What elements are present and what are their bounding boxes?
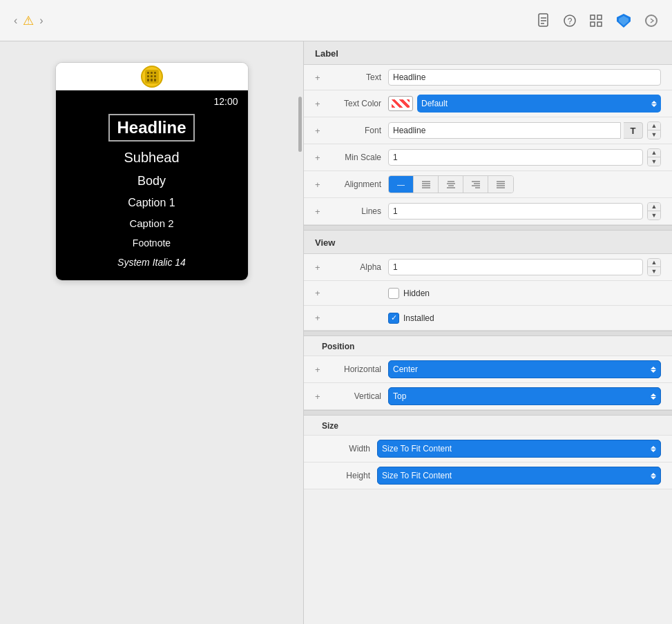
align-btn-right[interactable]: [463, 176, 488, 193]
width-value: Size To Fit Content: [382, 444, 452, 454]
alpha-input[interactable]: [388, 259, 643, 275]
min-scale-input[interactable]: [388, 149, 643, 166]
svg-rect-9: [597, 22, 602, 26]
text-color-value: Default: [421, 99, 448, 108]
text-plus[interactable]: +: [315, 72, 326, 83]
top-toolbar: ‹ ⚠ › ?: [0, 0, 672, 41]
text-color-plus[interactable]: +: [315, 99, 326, 109]
font-input[interactable]: [388, 122, 621, 139]
width-dropdown[interactable]: Size To Fit Content: [377, 440, 661, 458]
svg-rect-8: [591, 22, 595, 26]
horizontal-dropdown[interactable]: Center: [388, 360, 661, 378]
position-section-header: Position: [304, 336, 672, 356]
min-scale-stepper-down[interactable]: ▼: [648, 157, 660, 166]
alpha-plus[interactable]: +: [315, 262, 326, 273]
lines-stepper-down[interactable]: ▼: [648, 211, 660, 220]
align-btn-center[interactable]: [439, 176, 463, 193]
font-stepper-down[interactable]: ▼: [648, 130, 660, 139]
lines-input[interactable]: [388, 203, 643, 220]
height-dropdown[interactable]: Size To Fit Content: [377, 467, 661, 485]
scrollbar-thumb[interactable]: [298, 97, 302, 152]
vertical-arrow-icon: [651, 393, 656, 400]
min-scale-stepper[interactable]: ▲ ▼: [647, 148, 661, 166]
vertical-value: Top: [393, 391, 406, 401]
headline-label: Headline: [108, 114, 194, 142]
caption2-label: Caption 2: [56, 213, 248, 233]
min-scale-label: Min Scale: [326, 153, 388, 162]
alignment-label: Alignment: [326, 179, 388, 189]
nav-shield-icon[interactable]: [615, 12, 632, 29]
svg-text:?: ?: [568, 17, 573, 26]
text-color-dropdown[interactable]: Default: [417, 95, 661, 113]
size-section: Size Width Size To Fit Content Height: [304, 416, 672, 489]
text-input[interactable]: [388, 69, 661, 86]
horizontal-control: Center: [388, 360, 661, 378]
canvas-area: 12:00 Headline Subhead Body Caption 1 Ca…: [0, 41, 304, 624]
vertical-plus[interactable]: +: [315, 391, 326, 402]
section-divider-3: [304, 410, 672, 416]
font-input-wrap: T: [388, 122, 643, 139]
horizontal-row: + Horizontal Center: [304, 356, 672, 383]
font-row: + Font T ▲ ▼: [304, 117, 672, 144]
alpha-row: + Alpha ▲ ▼: [304, 254, 672, 281]
installed-checkbox-wrap: ✓ Installed: [388, 313, 434, 324]
height-arrow-icon: [651, 473, 656, 479]
forward-nav-icon[interactable]: [644, 14, 658, 28]
phone-status-bar: [56, 63, 248, 90]
hidden-checkbox[interactable]: [388, 288, 399, 299]
caption1-label: Caption 1: [56, 193, 248, 213]
toolbar-left: ‹ ⚠ ›: [14, 13, 44, 28]
font-stepper[interactable]: ▲ ▼: [647, 121, 661, 139]
forward-arrow-icon[interactable]: ›: [39, 14, 43, 27]
lines-stepper[interactable]: ▲ ▼: [647, 202, 661, 220]
lines-plus[interactable]: +: [315, 206, 326, 217]
select-arrow-icon: [651, 101, 657, 107]
font-stepper-up[interactable]: ▲: [648, 122, 660, 130]
color-swatch[interactable]: [388, 96, 413, 111]
alpha-stepper-up[interactable]: ▲: [648, 259, 660, 267]
horizontal-plus[interactable]: +: [315, 364, 326, 375]
horizontal-label: Horizontal: [326, 364, 388, 374]
scrollbar-track[interactable]: [298, 97, 302, 304]
phone-screen: 12:00 Headline Subhead Body Caption 1 Ca…: [56, 90, 248, 280]
min-scale-plus[interactable]: +: [315, 153, 326, 163]
lines-stepper-up[interactable]: ▲: [648, 203, 660, 211]
align-btn-left[interactable]: —: [389, 176, 414, 193]
lines-control: ▲ ▼: [388, 202, 661, 220]
back-arrow-icon[interactable]: ‹: [14, 14, 17, 27]
alpha-stepper-down[interactable]: ▼: [648, 267, 660, 275]
installed-checkbox[interactable]: ✓: [388, 313, 399, 324]
horizontal-value: Center: [393, 364, 418, 374]
height-label: Height: [326, 471, 377, 480]
font-T-button[interactable]: T: [624, 122, 643, 139]
min-scale-stepper-up[interactable]: ▲: [648, 149, 660, 157]
footnote-label: Footnote: [56, 233, 248, 253]
help-icon[interactable]: ?: [563, 14, 577, 28]
label-section: Label + Text + Text Color Default: [304, 41, 672, 225]
warning-icon[interactable]: ⚠: [23, 13, 34, 28]
hidden-row: + Hidden: [304, 281, 672, 306]
svg-rect-7: [597, 15, 602, 19]
view-section: View + Alpha ▲ ▼ +: [304, 231, 672, 331]
height-row: Height Size To Fit Content: [304, 462, 672, 489]
hidden-plus[interactable]: +: [315, 288, 326, 298]
main-content: 12:00 Headline Subhead Body Caption 1 Ca…: [0, 41, 672, 624]
hidden-label: Hidden: [403, 289, 430, 298]
align-btn-justify[interactable]: [488, 176, 513, 193]
alignment-row: + Alignment —: [304, 171, 672, 198]
font-plus[interactable]: +: [315, 126, 326, 136]
align-btn-left2[interactable]: [414, 176, 439, 193]
min-scale-row: + Min Scale ▲ ▼: [304, 144, 672, 171]
installed-plus[interactable]: +: [315, 313, 326, 323]
vertical-control: Top: [388, 387, 661, 405]
vertical-dropdown[interactable]: Top: [388, 387, 661, 405]
grid-icon[interactable]: [589, 14, 603, 28]
document-icon[interactable]: [537, 13, 550, 28]
alpha-stepper[interactable]: ▲ ▼: [647, 258, 661, 276]
height-value: Size To Fit Content: [382, 471, 452, 480]
alignment-plus[interactable]: +: [315, 179, 326, 190]
toolbar-center: ?: [537, 12, 658, 29]
view-section-header: View: [304, 231, 672, 254]
phone-frame: 12:00 Headline Subhead Body Caption 1 Ca…: [55, 62, 249, 281]
section-divider-2: [304, 331, 672, 336]
